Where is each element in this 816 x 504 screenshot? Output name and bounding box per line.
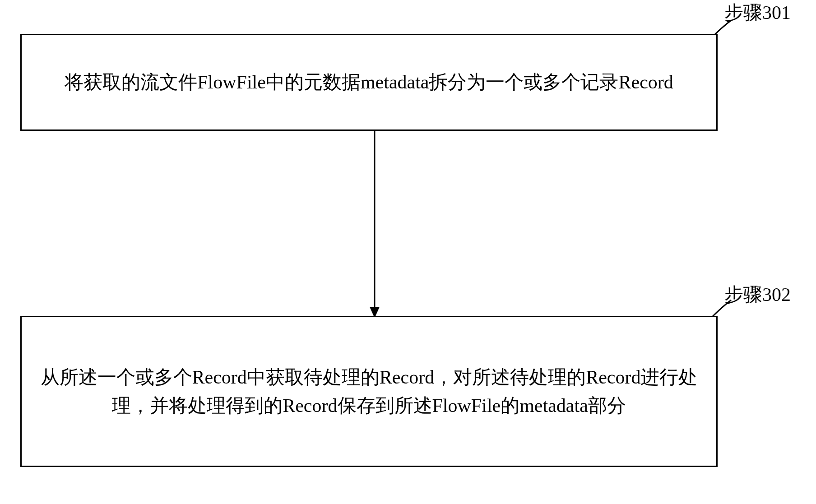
step-302-text: 从所述一个或多个Record中获取待处理的Record，对所述待处理的Recor… xyxy=(40,363,698,420)
step-302-box: 从所述一个或多个Record中获取待处理的Record，对所述待处理的Recor… xyxy=(20,316,718,467)
flowchart-canvas: 步骤301 将获取的流文件FlowFile中的元数据metadata拆分为一个或… xyxy=(0,0,816,504)
step-301-text: 将获取的流文件FlowFile中的元数据metadata拆分为一个或多个记录Re… xyxy=(65,68,673,97)
step-301-box: 将获取的流文件FlowFile中的元数据metadata拆分为一个或多个记录Re… xyxy=(20,34,718,131)
flow-arrow xyxy=(368,131,381,320)
